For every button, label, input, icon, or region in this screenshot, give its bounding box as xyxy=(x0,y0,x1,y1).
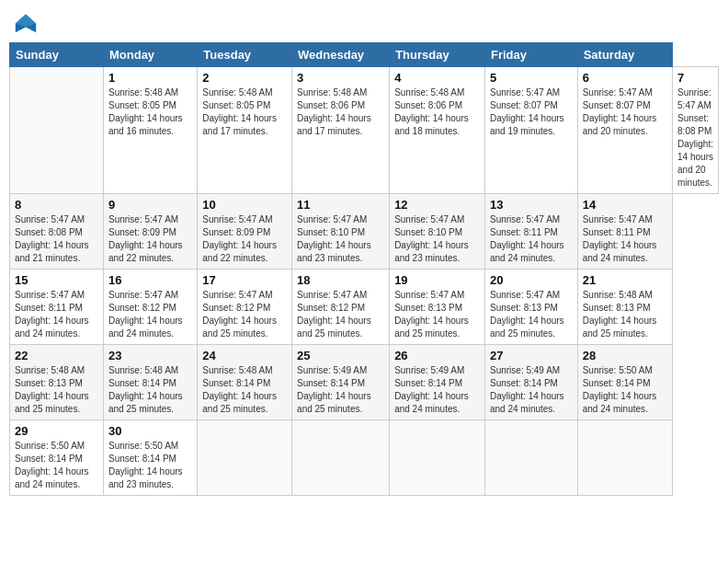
calendar-week-3: 15Sunrise: 5:47 AMSunset: 8:11 PMDayligh… xyxy=(10,270,719,345)
calendar-day-cell: 20Sunrise: 5:47 AMSunset: 8:13 PMDayligh… xyxy=(484,270,577,345)
day-number: 5 xyxy=(490,71,573,85)
calendar-day-cell: 17Sunrise: 5:47 AMSunset: 8:12 PMDayligh… xyxy=(198,270,292,345)
day-info: Sunrise: 5:50 AMSunset: 8:14 PMDaylight:… xyxy=(108,440,192,491)
calendar-week-2: 8Sunrise: 5:47 AMSunset: 8:08 PMDaylight… xyxy=(10,194,719,270)
day-number: 20 xyxy=(490,273,573,287)
calendar-day-cell: 16Sunrise: 5:47 AMSunset: 8:12 PMDayligh… xyxy=(103,270,197,345)
day-info: Sunrise: 5:47 AMSunset: 8:11 PMDaylight:… xyxy=(15,289,98,340)
calendar-day-cell: 11Sunrise: 5:47 AMSunset: 8:10 PMDayligh… xyxy=(292,194,390,270)
day-info: Sunrise: 5:47 AMSunset: 8:08 PMDaylight:… xyxy=(15,213,98,265)
day-info: Sunrise: 5:47 AMSunset: 8:08 PMDaylight:… xyxy=(677,86,713,190)
day-info: Sunrise: 5:47 AMSunset: 8:09 PMDaylight:… xyxy=(108,213,192,265)
calendar-week-4: 22Sunrise: 5:48 AMSunset: 8:13 PMDayligh… xyxy=(10,345,719,420)
calendar-empty-cell xyxy=(198,420,292,496)
day-number: 30 xyxy=(108,424,192,438)
calendar-day-cell: 3Sunrise: 5:48 AMSunset: 8:06 PMDaylight… xyxy=(292,67,390,194)
day-number: 17 xyxy=(202,273,287,287)
day-number: 25 xyxy=(297,349,384,362)
calendar-week-1: 1Sunrise: 5:48 AMSunset: 8:05 PMDaylight… xyxy=(10,67,719,194)
calendar-day-cell: 6Sunrise: 5:47 AMSunset: 8:07 PMDaylight… xyxy=(577,67,672,194)
calendar-day-cell: 27Sunrise: 5:49 AMSunset: 8:14 PMDayligh… xyxy=(484,345,577,420)
day-number: 7 xyxy=(677,71,713,85)
calendar-empty-cell xyxy=(390,420,485,496)
calendar-empty-cell xyxy=(10,67,104,194)
calendar-day-cell: 25Sunrise: 5:49 AMSunset: 8:14 PMDayligh… xyxy=(292,345,390,420)
day-number: 13 xyxy=(490,198,573,212)
calendar-header-tuesday: Tuesday xyxy=(198,43,292,67)
calendar-day-cell: 24Sunrise: 5:48 AMSunset: 8:14 PMDayligh… xyxy=(198,345,292,420)
day-info: Sunrise: 5:47 AMSunset: 8:12 PMDaylight:… xyxy=(108,289,192,340)
day-info: Sunrise: 5:49 AMSunset: 8:14 PMDaylight:… xyxy=(297,364,384,416)
calendar-day-cell: 13Sunrise: 5:47 AMSunset: 8:11 PMDayligh… xyxy=(484,194,577,270)
calendar-day-cell: 28Sunrise: 5:50 AMSunset: 8:14 PMDayligh… xyxy=(577,345,672,420)
day-number: 29 xyxy=(15,424,98,438)
day-info: Sunrise: 5:47 AMSunset: 8:10 PMDaylight:… xyxy=(297,213,384,265)
day-number: 3 xyxy=(297,71,384,85)
calendar-empty-cell xyxy=(484,420,577,496)
calendar-day-cell: 7Sunrise: 5:47 AMSunset: 8:08 PMDaylight… xyxy=(673,67,719,194)
day-number: 28 xyxy=(583,349,667,362)
day-number: 27 xyxy=(490,349,573,362)
day-number: 24 xyxy=(202,349,287,362)
calendar-day-cell: 26Sunrise: 5:49 AMSunset: 8:14 PMDayligh… xyxy=(390,345,485,420)
calendar-header-saturday: Saturday xyxy=(577,43,672,67)
calendar-day-cell: 12Sunrise: 5:47 AMSunset: 8:10 PMDayligh… xyxy=(390,194,485,270)
day-info: Sunrise: 5:48 AMSunset: 8:13 PMDaylight:… xyxy=(15,364,98,416)
calendar-day-cell: 4Sunrise: 5:48 AMSunset: 8:06 PMDaylight… xyxy=(390,67,485,194)
calendar-header-thursday: Thursday xyxy=(390,43,485,67)
day-number: 21 xyxy=(583,273,667,287)
calendar-week-5: 29Sunrise: 5:50 AMSunset: 8:14 PMDayligh… xyxy=(10,420,719,496)
day-number: 16 xyxy=(108,273,192,287)
header xyxy=(9,9,719,35)
day-info: Sunrise: 5:47 AMSunset: 8:07 PMDaylight:… xyxy=(490,86,573,138)
day-number: 15 xyxy=(15,273,98,287)
day-info: Sunrise: 5:47 AMSunset: 8:13 PMDaylight:… xyxy=(490,289,573,340)
day-info: Sunrise: 5:50 AMSunset: 8:14 PMDaylight:… xyxy=(15,440,98,491)
day-number: 19 xyxy=(394,273,480,287)
day-info: Sunrise: 5:47 AMSunset: 8:13 PMDaylight:… xyxy=(394,289,480,340)
calendar-day-cell: 15Sunrise: 5:47 AMSunset: 8:11 PMDayligh… xyxy=(10,270,104,345)
calendar-header-sunday: Sunday xyxy=(10,43,104,67)
day-info: Sunrise: 5:48 AMSunset: 8:05 PMDaylight:… xyxy=(108,86,192,138)
day-number: 12 xyxy=(394,198,480,212)
day-info: Sunrise: 5:48 AMSunset: 8:06 PMDaylight:… xyxy=(394,86,480,138)
calendar-day-cell: 23Sunrise: 5:48 AMSunset: 8:14 PMDayligh… xyxy=(103,345,197,420)
calendar-day-cell: 8Sunrise: 5:47 AMSunset: 8:08 PMDaylight… xyxy=(10,194,104,270)
calendar-day-cell: 29Sunrise: 5:50 AMSunset: 8:14 PMDayligh… xyxy=(10,420,104,496)
day-number: 10 xyxy=(202,198,287,212)
calendar-day-cell: 1Sunrise: 5:48 AMSunset: 8:05 PMDaylight… xyxy=(103,67,197,194)
calendar-day-cell: 21Sunrise: 5:48 AMSunset: 8:13 PMDayligh… xyxy=(577,270,672,345)
day-info: Sunrise: 5:48 AMSunset: 8:14 PMDaylight:… xyxy=(108,364,192,416)
calendar-header-wednesday: Wednesday xyxy=(292,43,390,67)
day-info: Sunrise: 5:47 AMSunset: 8:12 PMDaylight:… xyxy=(297,289,384,340)
day-number: 18 xyxy=(297,273,384,287)
day-info: Sunrise: 5:48 AMSunset: 8:06 PMDaylight:… xyxy=(297,86,384,138)
logo xyxy=(13,9,42,35)
day-info: Sunrise: 5:47 AMSunset: 8:07 PMDaylight:… xyxy=(583,86,667,138)
calendar-day-cell: 22Sunrise: 5:48 AMSunset: 8:13 PMDayligh… xyxy=(10,345,104,420)
day-number: 26 xyxy=(394,349,480,362)
day-number: 23 xyxy=(108,349,192,362)
calendar-day-cell: 2Sunrise: 5:48 AMSunset: 8:05 PMDaylight… xyxy=(198,67,292,194)
logo-icon xyxy=(13,9,39,35)
calendar: SundayMondayTuesdayWednesdayThursdayFrid… xyxy=(9,42,719,496)
day-info: Sunrise: 5:47 AMSunset: 8:10 PMDaylight:… xyxy=(394,213,480,265)
calendar-day-cell: 18Sunrise: 5:47 AMSunset: 8:12 PMDayligh… xyxy=(292,270,390,345)
calendar-header-monday: Monday xyxy=(103,43,197,67)
day-info: Sunrise: 5:47 AMSunset: 8:11 PMDaylight:… xyxy=(583,213,667,265)
calendar-empty-cell xyxy=(292,420,390,496)
day-number: 22 xyxy=(15,349,98,362)
day-number: 6 xyxy=(583,71,667,85)
day-info: Sunrise: 5:49 AMSunset: 8:14 PMDaylight:… xyxy=(490,364,573,416)
calendar-day-cell: 14Sunrise: 5:47 AMSunset: 8:11 PMDayligh… xyxy=(577,194,672,270)
day-info: Sunrise: 5:47 AMSunset: 8:11 PMDaylight:… xyxy=(490,213,573,265)
calendar-day-cell: 10Sunrise: 5:47 AMSunset: 8:09 PMDayligh… xyxy=(198,194,292,270)
day-number: 14 xyxy=(583,198,667,212)
day-info: Sunrise: 5:48 AMSunset: 8:13 PMDaylight:… xyxy=(583,289,667,340)
day-number: 8 xyxy=(15,198,98,212)
calendar-empty-cell xyxy=(577,420,672,496)
day-info: Sunrise: 5:49 AMSunset: 8:14 PMDaylight:… xyxy=(394,364,480,416)
day-number: 9 xyxy=(108,198,192,212)
calendar-header-row: SundayMondayTuesdayWednesdayThursdayFrid… xyxy=(10,43,719,67)
calendar-header-friday: Friday xyxy=(484,43,577,67)
